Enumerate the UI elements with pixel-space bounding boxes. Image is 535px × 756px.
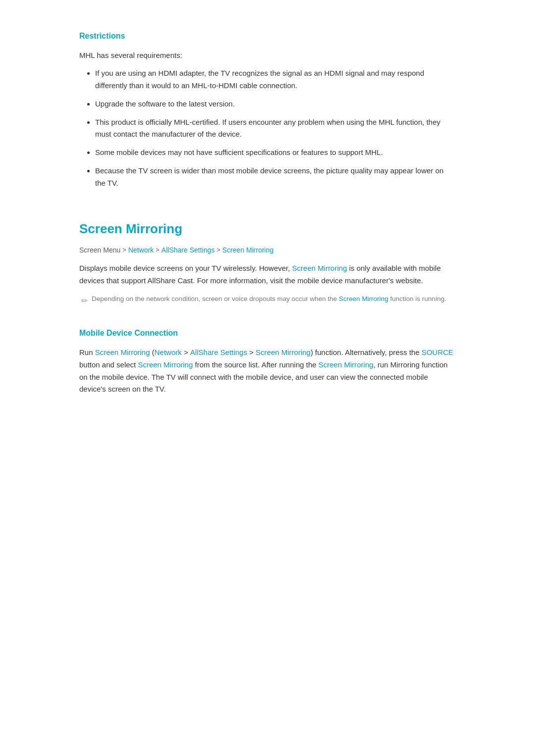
breadcrumb: Screen Menu > Network > AllShare Setting… [79,245,456,255]
breadcrumb-screen-mirroring[interactable]: Screen Mirroring [222,245,273,255]
restrictions-list: If you are using an HDMI adapter, the TV… [79,67,456,189]
breadcrumb-sep-2: > [156,245,160,255]
mobile-device-description: Run Screen Mirroring (Network > AllShare… [79,347,456,396]
source-link[interactable]: SOURCE [422,348,453,356]
para-link1[interactable]: Screen Mirroring [95,348,150,356]
para-mid: function. Alternatively, press the [313,348,422,356]
screen-mirroring-link2[interactable]: Screen Mirroring [138,360,193,369]
para-breadcrumb-allshare[interactable]: AllShare Settings [190,348,247,356]
breadcrumb-sep-3: > [216,245,220,255]
screen-mirroring-description: Displays mobile device screens on your T… [79,262,456,287]
list-item: This product is officially MHL-certified… [95,116,456,141]
restrictions-section: Restrictions MHL has several requirement… [79,30,456,189]
breadcrumb-network[interactable]: Network [128,245,154,255]
para-breadcrumb-sep2: > [182,348,190,356]
screen-mirroring-title: Screen Mirroring [79,219,456,240]
breadcrumb-allshare[interactable]: AllShare Settings [161,245,214,255]
screen-mirroring-link3[interactable]: Screen Mirroring [319,360,374,369]
note-box: ✏ Depending on the network condition, sc… [79,294,456,307]
list-item: If you are using an HDMI adapter, the TV… [95,67,456,92]
list-item: Upgrade the software to the latest versi… [95,98,456,110]
para-breadcrumb-open: ( [150,348,155,356]
para-breadcrumb-sep3: > [247,348,256,356]
note-text-start: Depending on the network condition, scre… [92,295,339,302]
screen-mirroring-section: Screen Mirroring Screen Menu > Network >… [79,219,456,307]
note-text-end: function is running. [388,295,446,302]
page-container: Restrictions MHL has several requirement… [40,0,495,431]
list-item: Because the TV screen is wider than most… [95,165,456,190]
note-text: Depending on the network condition, scre… [92,294,446,304]
para-breadcrumb-screen-mirroring[interactable]: Screen Mirroring [256,348,311,356]
mobile-device-section: Mobile Device Connection Run Screen Mirr… [79,327,456,396]
para-start: Run [79,348,95,356]
list-item: Some mobile devices may not have suffici… [95,147,456,159]
note-text-link[interactable]: Screen Mirroring [339,295,388,302]
restrictions-title: Restrictions [79,30,456,43]
breadcrumb-screen-menu: Screen Menu [79,245,120,255]
description-link[interactable]: Screen Mirroring [292,264,347,272]
restrictions-intro: MHL has several requirements: [79,50,456,62]
para-breadcrumb-network[interactable]: Network [155,348,182,356]
para-mid2: button and select [79,360,138,369]
breadcrumb-sep-1: > [122,245,126,255]
description-start: Displays mobile device screens on your T… [79,264,292,272]
mobile-device-title: Mobile Device Connection [79,327,456,340]
para-mid3: from the source list. After running the [193,360,318,369]
pencil-icon: ✏ [81,295,88,307]
